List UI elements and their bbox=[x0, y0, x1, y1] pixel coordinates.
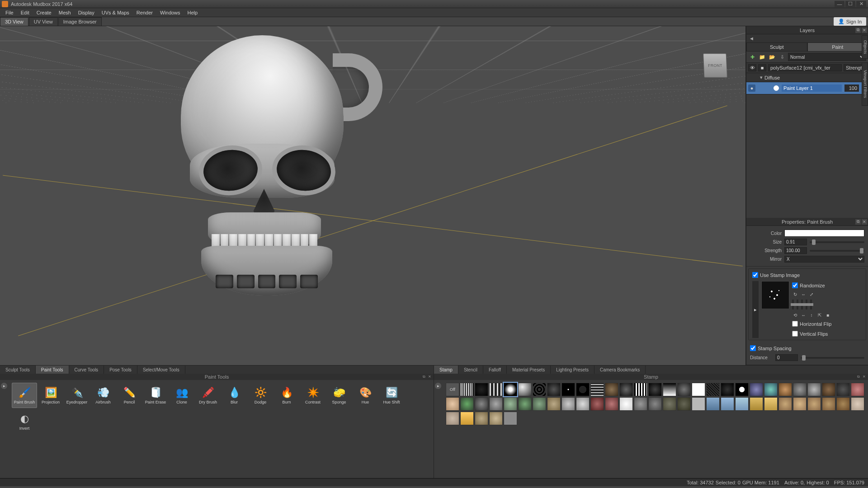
tool-hue-shift[interactable]: 🔄Hue Shift bbox=[379, 383, 404, 408]
export-stamp-icon[interactable]: ⇱ bbox=[816, 312, 823, 318]
tab-image-browser[interactable]: Image Browser bbox=[58, 17, 102, 26]
stamp-thumb-38[interactable] bbox=[576, 397, 590, 411]
stamp-thumb-2[interactable] bbox=[475, 383, 488, 396]
stamp-thumb-42[interactable] bbox=[634, 397, 647, 411]
stamp-thumb-31[interactable] bbox=[475, 397, 488, 411]
stamp-thumb-45[interactable] bbox=[677, 397, 691, 411]
minimize-button[interactable]: — bbox=[835, 1, 844, 7]
tab-uv-view[interactable]: UV View bbox=[29, 17, 58, 26]
stamp-thumb-13[interactable] bbox=[634, 383, 647, 396]
tab-sculpt-layers[interactable]: Sculpt bbox=[746, 42, 807, 52]
stamp-thumb-7[interactable] bbox=[547, 383, 561, 396]
stamp-thumb-43[interactable] bbox=[648, 397, 662, 411]
tool-paint-brush[interactable]: 🖌️Paint Brush bbox=[12, 383, 37, 408]
stamp-thumb-34[interactable] bbox=[518, 397, 532, 411]
side-tab-viewport-filters[interactable]: Viewport Filters bbox=[862, 62, 868, 106]
tool-eyedropper[interactable]: ✒️Eyedropper bbox=[64, 383, 90, 408]
stamp-thumb-21[interactable] bbox=[750, 383, 763, 396]
tool-paint-erase[interactable]: 🧻Paint Erase bbox=[143, 383, 168, 408]
sculpt-mesh-skull-mug[interactable] bbox=[158, 35, 375, 293]
tool-sponge[interactable]: 🧽Sponge bbox=[326, 383, 352, 408]
menu-render[interactable]: Render bbox=[133, 9, 156, 16]
stamp-thumb-55[interactable] bbox=[822, 397, 835, 411]
merge-icon[interactable]: ⇩ bbox=[778, 53, 786, 61]
stamp-thumb-50[interactable] bbox=[750, 397, 763, 411]
stamp-thumb-16[interactable] bbox=[677, 383, 691, 396]
stamp-thumb-9[interactable] bbox=[576, 383, 590, 396]
stamp-thumb-37[interactable] bbox=[561, 397, 575, 411]
tray-undock-icon[interactable]: ⧉ bbox=[857, 375, 862, 379]
stamp-thumb-52[interactable] bbox=[778, 397, 792, 411]
panel-undock-icon[interactable]: ⧉ bbox=[855, 219, 861, 225]
menu-mesh[interactable]: Mesh bbox=[55, 9, 75, 16]
layer-visibility-icon[interactable]: ● bbox=[748, 84, 755, 92]
stamp-thumb-48[interactable] bbox=[721, 397, 734, 411]
stamp-thumb-18[interactable] bbox=[706, 383, 720, 396]
stamp-thumb-35[interactable] bbox=[533, 397, 546, 411]
stamp-thumb-56[interactable] bbox=[836, 397, 850, 411]
tab-paint-tools[interactable]: Paint Tools bbox=[36, 366, 69, 374]
stamp-thumb-12[interactable] bbox=[619, 383, 633, 396]
stamp-thumb-62[interactable] bbox=[504, 412, 517, 425]
stamp-thumb-36[interactable] bbox=[547, 397, 561, 411]
tab-camera-bookmarks[interactable]: Camera Bookmarks bbox=[594, 366, 646, 374]
strength-input[interactable] bbox=[784, 247, 807, 254]
scale-icon[interactable]: ⤢ bbox=[808, 291, 815, 297]
randomize-checkbox[interactable] bbox=[792, 282, 798, 288]
stamp-thumb-4[interactable] bbox=[504, 383, 517, 396]
maximize-button[interactable]: ☐ bbox=[845, 1, 855, 7]
stamp-thumb-15[interactable] bbox=[663, 383, 676, 396]
menu-help[interactable]: Help bbox=[184, 9, 202, 16]
object-name[interactable]: polySurface12 [cmi_vfx_ter bbox=[768, 64, 842, 71]
tab-3d-view[interactable]: 3D View bbox=[0, 17, 28, 26]
stamp-thumb-59[interactable] bbox=[460, 412, 474, 425]
tab-sculpt-tools[interactable]: Sculpt Tools bbox=[0, 366, 36, 374]
chevron-left-icon[interactable]: ◄ bbox=[749, 36, 754, 41]
tab-falloff[interactable]: Falloff bbox=[483, 366, 507, 374]
stamp-thumb-44[interactable] bbox=[663, 397, 676, 411]
stamp-thumb-20[interactable] bbox=[735, 383, 749, 396]
distance-input[interactable] bbox=[775, 354, 798, 361]
stamp-thumb-3[interactable] bbox=[489, 383, 503, 396]
rotate-icon[interactable]: ↻ bbox=[792, 291, 798, 297]
layer-name[interactable]: Paint Layer 1 bbox=[782, 84, 842, 92]
new-layer-icon[interactable]: ✚ bbox=[748, 53, 756, 61]
tool-dry-brush[interactable]: 🖍️Dry Brush bbox=[195, 383, 221, 408]
stamp-thumb-49[interactable] bbox=[735, 397, 749, 411]
tab-stamp[interactable]: Stamp bbox=[434, 366, 458, 374]
stamp-expand-icon[interactable]: ▸ bbox=[752, 281, 759, 338]
tray-undock-icon[interactable]: ⧉ bbox=[423, 375, 427, 379]
stamp-thumb-61[interactable] bbox=[489, 412, 503, 425]
stamp-thumb-28[interactable] bbox=[851, 383, 864, 396]
menu-uvs-maps[interactable]: UVs & Maps bbox=[98, 9, 133, 16]
stamp-thumb-29[interactable] bbox=[446, 397, 459, 411]
stamp-thumb-51[interactable] bbox=[764, 397, 778, 411]
stamp-thumb-53[interactable] bbox=[793, 397, 807, 411]
tool-hue[interactable]: 🎨Hue bbox=[353, 383, 378, 408]
viewport-3d[interactable]: FRONT bbox=[0, 26, 746, 365]
vflip-checkbox[interactable] bbox=[792, 331, 798, 337]
stamp-spacing-checkbox[interactable] bbox=[750, 345, 756, 351]
stamp-thumb-60[interactable] bbox=[475, 412, 488, 425]
stamp-thumb-17[interactable] bbox=[692, 383, 705, 396]
tool-invert[interactable]: ◐Invert bbox=[12, 409, 37, 434]
stamp-square-icon[interactable]: ■ bbox=[825, 312, 831, 318]
stamp-thumb-54[interactable] bbox=[807, 397, 821, 411]
reset-vert-icon[interactable]: ↕ bbox=[808, 312, 815, 318]
stamp-thumb-46[interactable] bbox=[692, 397, 705, 411]
panel-close-icon[interactable]: ✕ bbox=[862, 28, 867, 33]
tool-projection[interactable]: 🖼️Projection bbox=[38, 383, 63, 408]
menu-windows[interactable]: Windows bbox=[156, 9, 184, 16]
tool-blur[interactable]: 💧Blur bbox=[222, 383, 247, 408]
new-folder-icon[interactable]: 📁 bbox=[758, 53, 766, 61]
panel-close-icon[interactable]: ✕ bbox=[862, 219, 867, 225]
stamp-thumb-14[interactable] bbox=[648, 383, 662, 396]
layer-opacity[interactable]: 100 bbox=[844, 84, 859, 92]
stamp-thumb-1[interactable] bbox=[460, 383, 474, 396]
tray-expand-icon[interactable]: ▸ bbox=[1, 383, 7, 389]
stamp-thumb-26[interactable] bbox=[822, 383, 835, 396]
menu-create[interactable]: Create bbox=[33, 9, 55, 16]
paint-layer-1[interactable]: ● Paint Layer 1 100 ▸ bbox=[746, 82, 868, 94]
stamp-thumb-24[interactable] bbox=[793, 383, 807, 396]
close-button[interactable]: ✕ bbox=[856, 1, 866, 7]
